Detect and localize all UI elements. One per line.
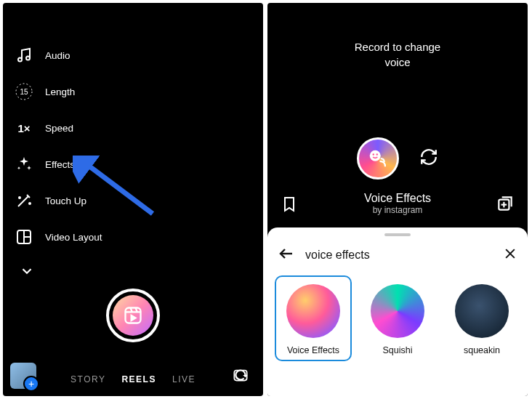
effect-preview-circle[interactable] [357,137,399,180]
sheet-grabber[interactable] [384,233,411,236]
effect-preview-row [267,137,528,180]
effect-results: Voice Effects Squishi squeakin [267,273,528,361]
wand-icon [15,191,33,210]
clear-search-icon[interactable] [503,246,517,264]
flip-camera-button[interactable] [228,363,253,387]
effect-title-block: Voice Effects by instagram [364,192,431,215]
tool-list: Audio 15 Length 1× Speed Effects Touch U… [12,39,105,253]
tool-video-layout[interactable]: Video Layout [12,221,105,253]
svg-text:15: 15 [20,88,28,96]
effect-thumb [371,284,424,338]
tool-audio[interactable]: Audio [12,39,105,71]
reels-create-screen: Audio 15 Length 1× Speed Effects Touch U… [3,3,263,396]
reels-icon [113,295,153,336]
tool-speed[interactable]: 1× Speed [12,112,105,144]
tool-length[interactable]: 15 Length [12,76,105,108]
svg-rect-10 [126,308,141,323]
sparkle-icon [15,155,33,174]
mode-live[interactable]: LIVE [172,374,196,384]
mode-reels[interactable]: REELS [121,374,156,384]
tool-label: Touch Up [45,196,86,206]
effect-title: Voice Effects [364,192,431,205]
svg-point-0 [18,58,22,62]
record-hint: Record to change voice [267,39,528,70]
speed-icon: 1× [15,118,33,137]
length-icon: 15 [15,82,33,101]
effect-card-voice-effects[interactable]: Voice Effects [275,275,352,361]
tool-label: Audio [45,50,70,61]
svg-point-15 [370,150,381,161]
tool-label: Speed [45,123,73,134]
tool-label: Effects [45,159,75,170]
tool-label: Video Layout [45,232,102,243]
effect-thumb [286,284,340,338]
effect-card-squeakin[interactable]: squeakin [443,275,520,361]
shutter-button[interactable] [106,289,160,342]
effect-card-label: squeakin [448,345,516,355]
effect-card-label: Squishi [363,345,432,355]
mode-story[interactable]: STORY [70,374,105,384]
layout-icon [15,227,33,246]
tool-touchup[interactable]: Touch Up [12,185,105,217]
search-row: voice effects [267,242,528,273]
effect-author: by instagram [364,205,431,215]
svg-point-1 [26,57,30,60]
back-arrow-icon[interactable] [278,245,295,265]
tool-label: Length [45,86,75,97]
tool-effects[interactable]: Effects [12,148,105,180]
effect-thumb [455,284,509,338]
mode-switcher: STORY REELS LIVE [3,374,263,384]
svg-point-17 [376,153,379,156]
effects-browse-screen: Record to change voice Voice Effects by … [267,3,528,396]
svg-point-5 [29,203,31,204]
add-to-collection-icon[interactable] [496,194,515,216]
svg-point-4 [19,197,20,198]
retry-icon[interactable] [419,148,438,169]
effects-bottom-sheet: voice effects Voice Effects Squishi sque… [267,227,528,396]
effect-card-label: Voice Effects [279,345,347,355]
search-input[interactable]: voice effects [305,249,493,262]
music-note-icon [15,46,33,65]
chevron-down-icon[interactable] [19,263,35,282]
svg-point-16 [373,153,375,156]
gallery-button[interactable] [10,363,36,389]
effect-card-squishi[interactable]: Squishi [359,275,436,361]
